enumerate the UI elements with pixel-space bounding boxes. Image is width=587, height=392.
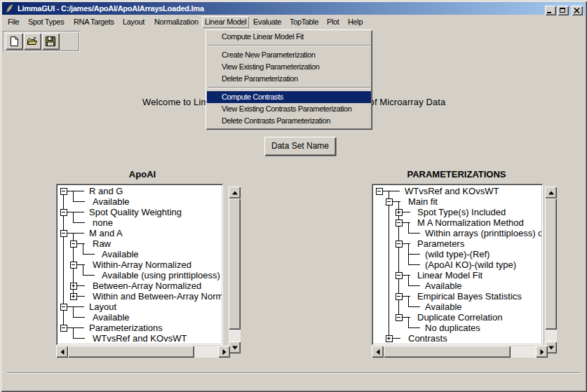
tree-node-label[interactable]: Empirical Bayes Statistics [417,291,522,302]
tree-node-label[interactable]: R and G [89,186,123,196]
tree-node-label[interactable]: No duplicates [425,323,480,333]
left-tree-header: ApoAI [91,169,194,179]
tree-node-label[interactable]: (ApoAI KO)-(wild type) [425,259,516,270]
toolbar [3,31,80,52]
tree-node-label[interactable]: WTvsRef and KOvsWT [93,333,187,344]
tree-node-label[interactable]: Duplicate Correlation [417,312,502,323]
tree-node-label[interactable]: Available [93,196,130,207]
tree-node-label[interactable]: Available (using printtiploess) [102,270,220,281]
right-tree-hscrollbar[interactable] [372,346,548,358]
window-title: LimmaGUI - C:/james/ApoAI/ApoAIArraysLoa… [18,4,204,13]
down-arrow-icon [232,346,238,349]
tree-node-label[interactable]: Layout [89,302,116,312]
tree-node-label[interactable]: Contrasts [408,333,447,344]
menu-item-delete-parameterization[interactable]: Delete Parameterization [207,73,371,85]
right-tree-header: PARAMETERIZATIONS [393,169,520,179]
scrollbar-thumb[interactable] [545,198,557,330]
save-file-icon [45,36,56,47]
tree-node-label[interactable]: Available [102,249,139,259]
left-tree-hscrollbar[interactable] [56,346,230,358]
menu-rna-targets[interactable]: RNA Targets [74,15,114,29]
maximize-icon [560,8,565,13]
menu-separator [208,45,370,46]
left-tree: R and GAvailableSpot Quality Weightingno… [56,184,223,345]
menu-item-view-existing-contrasts-parameterization[interactable]: View Existing Contrasts Parameterization [207,103,371,115]
menu-item-compute-contrasts[interactable]: Compute Contrasts [207,91,371,103]
menu-file[interactable]: File [8,15,19,29]
close-icon [572,6,583,15]
left-tree-vscrollbar[interactable] [229,187,241,353]
menu-item-compute-linear-model-fit[interactable]: Compute Linear Model Fit [207,31,371,43]
up-arrow-icon [548,191,554,194]
minimize-icon [547,12,551,13]
scroll-right-button[interactable] [536,346,548,358]
menu-normalization[interactable]: Normalization [154,15,198,29]
menu-separator [208,87,370,88]
menu-layout[interactable]: Layout [123,15,144,29]
menu-evaluate[interactable]: Evaluate [253,15,281,29]
tree-node-label[interactable]: Available [93,312,130,323]
app-icon [4,4,14,13]
down-arrow-icon [548,346,554,349]
scroll-left-button[interactable] [56,346,68,358]
menu-item-create-new-parameterization[interactable]: Create New Parameterization [207,49,371,61]
tree-node-label[interactable]: Main fit [408,196,438,207]
menu-item-delete-contrasts-parameterization[interactable]: Delete Contrasts Parameterization [207,115,371,127]
tree-node-label[interactable]: Linear Model Fit [417,270,483,281]
status-separator [7,372,580,374]
scrollbar-thumb[interactable] [384,346,511,358]
scrollbar-thumb[interactable] [229,198,241,330]
menu-help[interactable]: Help [348,15,363,29]
scroll-right-button[interactable] [218,346,230,358]
maximize-button[interactable] [558,6,569,15]
right-arrow-icon [540,349,544,355]
scroll-up-button[interactable] [545,187,557,198]
menu-plot[interactable]: Plot [327,15,339,29]
right-tree-vscrollbar[interactable] [545,187,557,353]
tree-node-label[interactable]: Available [425,302,462,312]
tree-node-label[interactable]: none [93,217,113,228]
tree-node-label[interactable]: Within and Between-Array Normalized [93,291,222,302]
tree-node-label[interactable]: M and A [89,228,123,238]
minimize-button[interactable] [545,6,556,15]
right-arrow-icon [222,349,226,355]
tree-node-label[interactable]: Raw [93,238,112,249]
tree-node-label[interactable]: Between-Array Normalized [93,281,201,291]
tree-node-label[interactable]: Within-Array Normalized [93,259,191,270]
new-file-icon [8,36,20,47]
left-arrow-icon [376,349,379,355]
menu-spot-types[interactable]: Spot Types [28,15,64,29]
menubar: FileSpot TypesRNA TargetsLayoutNormaliza… [2,15,585,29]
linear-model-menu: Compute Linear Model FitCreate New Param… [205,29,372,130]
tree-node-label[interactable]: Spot Type(s) Included [417,207,506,217]
open-file-button[interactable] [24,33,41,50]
app-window: LimmaGUI - C:/james/ApoAI/ApoAIArraysLoa… [0,0,587,392]
menu-item-view-existing-parameterization[interactable]: View Existing Parameterization [207,61,371,73]
up-arrow-icon [232,191,238,194]
save-file-button[interactable] [42,33,60,50]
titlebar: LimmaGUI - C:/james/ApoAI/ApoAIArraysLoa… [2,2,585,15]
tree-node-label[interactable]: Parameterizations [89,323,163,333]
menu-linear-model[interactable]: Linear Model [202,16,249,28]
tree-node-label[interactable]: WTvsRef and KOvsWT [405,186,499,196]
new-file-button[interactable] [6,33,23,50]
tree-node-label[interactable]: Within arrays (printtiploess) only [425,228,541,238]
tree-node-label[interactable]: Spot Quality Weighting [89,207,182,217]
open-file-icon [27,36,38,47]
scroll-left-button[interactable] [372,346,384,358]
right-tree: WTvsRef and KOvsWTMain fitSpot Type(s) I… [372,184,543,345]
close-button[interactable] [572,6,583,15]
tree-node-label[interactable]: Available [425,281,462,291]
scroll-down-button[interactable] [229,342,241,353]
tree-node-label[interactable]: (wild type)-(Ref) [425,249,490,259]
tree-node-label[interactable]: Parameters [417,238,465,249]
scroll-up-button[interactable] [229,187,241,198]
tree-node-label[interactable]: M A Normalization Method [417,217,524,228]
scrollbar-thumb[interactable] [68,346,194,358]
data-set-name-button[interactable]: Data Set Name [264,137,336,156]
menu-toptable[interactable]: TopTable [290,15,318,29]
left-arrow-icon [60,349,64,355]
